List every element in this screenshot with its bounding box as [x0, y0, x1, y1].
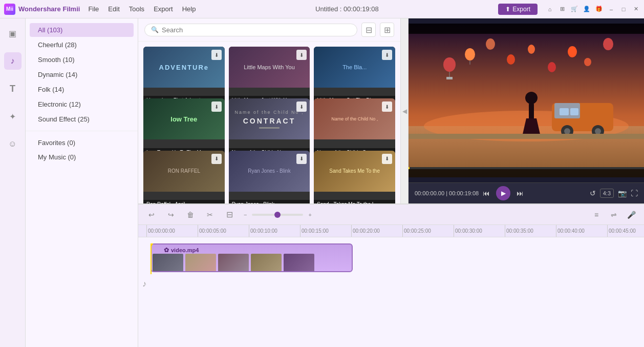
svg-point-12: [568, 46, 577, 57]
zoom-out-icon[interactable]: −: [244, 212, 247, 218]
maximize-button[interactable]: □: [619, 5, 628, 13]
zoom-in-icon[interactable]: +: [308, 212, 311, 218]
card-subtext-5: Name of the Child No ,: [234, 110, 304, 115]
playhead-triangle: [151, 243, 154, 247]
download-btn-4[interactable]: ⬇: [211, 101, 222, 112]
replay-button[interactable]: ↺: [590, 189, 596, 198]
download-btn-5[interactable]: ⬇: [296, 101, 307, 112]
close-button[interactable]: ✕: [632, 5, 640, 13]
media-sidebar-btn[interactable]: ▣: [4, 25, 22, 42]
svg-rect-17: [583, 106, 611, 118]
effect-sidebar-btn[interactable]: ✦: [4, 108, 22, 125]
camera-button[interactable]: 📷: [618, 189, 627, 198]
download-btn-7[interactable]: ⬇: [211, 154, 222, 164]
music-sidebar-btn[interactable]: ♪: [4, 52, 22, 70]
menu-help[interactable]: Help: [182, 5, 196, 13]
video-clip[interactable]: ✿ video.mp4: [151, 243, 353, 272]
music-card-1[interactable]: ADVENTURe Lior seker - First Adventu... …: [143, 47, 225, 105]
category-my-music[interactable]: My Music (0): [30, 150, 134, 164]
category-sound-effect[interactable]: Sound Effect (25): [30, 112, 134, 126]
svg-point-24: [525, 92, 538, 104]
view-toggle-button[interactable]: ⊞: [380, 23, 394, 37]
svg-rect-27: [409, 134, 644, 139]
cut-button[interactable]: ✂: [203, 208, 217, 222]
music-card-5[interactable]: Name of the Child No , CONTRACT Name of …: [229, 98, 310, 156]
microphone-button[interactable]: 🎤: [625, 208, 638, 221]
skip-back-button[interactable]: ⏮: [483, 189, 490, 197]
split-button[interactable]: ⊟: [222, 208, 237, 222]
svg-rect-5: [446, 77, 453, 79]
preview-svg: [409, 18, 644, 182]
export-icon: ⬆: [505, 6, 510, 13]
text-sidebar-btn[interactable]: T: [4, 80, 22, 97]
download-btn-2[interactable]: ⬇: [296, 50, 307, 60]
svg-rect-28: [409, 24, 644, 34]
zoom-slider[interactable]: [252, 214, 303, 216]
panel-collapse-btn[interactable]: ◀: [400, 18, 409, 203]
category-dynamic[interactable]: Dynamic (14): [30, 68, 134, 81]
music-card-4[interactable]: low Tree Low Tree - Up To The Mo... ⬇: [143, 98, 225, 156]
menu-edit[interactable]: Edit: [108, 5, 119, 13]
gift-icon[interactable]: 🎁: [595, 5, 603, 13]
timeline-area: ↩ ↪ 🗑 ✂ ⊟ − + ≡ ⇌ 🎤: [138, 203, 644, 347]
user-icon[interactable]: 👤: [583, 5, 591, 13]
menu-export[interactable]: Export: [154, 5, 173, 13]
delete-button[interactable]: 🗑: [183, 208, 198, 222]
music-card-2[interactable]: Little Maps With You Little Maps - Just …: [229, 47, 310, 105]
download-btn-3[interactable]: ⬇: [382, 50, 392, 60]
project-title: Untitled : 00:00:19:08: [204, 5, 490, 13]
ruler-mark-7: 00:00:35:00: [505, 225, 556, 237]
clip-thumb-3: [218, 254, 249, 272]
music-card-8[interactable]: Ryan Jones - Blink Ryan Jones - Blink ⬇: [229, 151, 310, 203]
download-btn-6[interactable]: ⬇: [382, 101, 392, 112]
home-icon[interactable]: ⌂: [546, 5, 554, 13]
menu-tools[interactable]: Tools: [129, 5, 144, 13]
zoom-handle[interactable]: [274, 212, 281, 218]
ruler-mark-2: 00:00:10:00: [249, 225, 300, 237]
svg-point-6: [465, 48, 475, 60]
svg-point-10: [528, 45, 535, 54]
svg-rect-22: [560, 108, 569, 115]
redo-button[interactable]: ↪: [164, 208, 178, 222]
download-btn-8[interactable]: ⬇: [296, 154, 307, 164]
music-card-3[interactable]: The Bla... Little Maps - Out The Blue ⬇: [314, 47, 395, 105]
clip-thumb-5: [284, 254, 314, 272]
export-button[interactable]: ⬆ Export: [498, 4, 538, 15]
grid-icon[interactable]: ⊞: [558, 5, 566, 13]
window-controls: ⌂ ⊞ 🛒 👤 🎁 – □ ✕: [546, 5, 640, 13]
aspect-ratio-button[interactable]: 4:3: [600, 189, 614, 198]
download-btn-1[interactable]: ⬇: [211, 50, 222, 60]
ruler-mark-0: 00:00:00:00: [146, 225, 198, 237]
category-all[interactable]: All (103): [30, 23, 134, 37]
timeline-tracks: ✿ video.mp4: [138, 237, 644, 347]
sticker-sidebar-btn[interactable]: ☺: [4, 135, 22, 153]
skip-forward-button[interactable]: ⏭: [517, 189, 524, 197]
fullscreen-button[interactable]: ⛶: [631, 189, 638, 198]
music-card-7[interactable]: RON RAFFEL Ron Raffel - April ⬇: [143, 151, 225, 203]
category-favorites[interactable]: Favorites (0): [30, 136, 134, 150]
menu-bar: File Edit Tools Export Help: [88, 5, 196, 13]
ruler-mark-5: 00:00:25:00: [402, 225, 454, 237]
music-track-icon: ♪: [142, 279, 146, 289]
svg-point-9: [507, 54, 515, 65]
preview-panel: 00:00:00.00 | 00:00:19:08 ⏮ ▶ ⏭ ↺ 4:3 📷 …: [409, 18, 644, 203]
download-btn-9[interactable]: ⬇: [382, 154, 392, 164]
category-folk[interactable]: Folk (14): [30, 83, 134, 96]
audio-settings-button[interactable]: ⇌: [607, 208, 620, 221]
search-wrap: 🔍: [144, 24, 357, 36]
undo-button[interactable]: ↩: [144, 208, 159, 222]
track-settings-button[interactable]: ≡: [590, 208, 603, 221]
category-cheerful[interactable]: Cheerful (28): [30, 38, 134, 52]
search-input[interactable]: [162, 26, 351, 34]
play-button[interactable]: ▶: [496, 186, 510, 200]
category-smooth[interactable]: Smooth (10): [30, 53, 134, 67]
menu-file[interactable]: File: [88, 5, 99, 13]
shop-icon[interactable]: 🛒: [570, 5, 578, 13]
music-card-9[interactable]: Sand Takes Me To the Sand - Takes Me To …: [314, 151, 395, 203]
left-sidebar: ▣ ♪ T ✦ ☺: [0, 18, 26, 347]
ruler-mark-3: 00:00:15:00: [300, 225, 351, 237]
category-electronic[interactable]: Electronic (12): [30, 97, 134, 111]
minimize-button[interactable]: –: [607, 5, 615, 13]
music-card-6[interactable]: Name of the Child No , Name of the Child…: [314, 98, 395, 156]
filter-button[interactable]: ⊟: [361, 23, 376, 37]
